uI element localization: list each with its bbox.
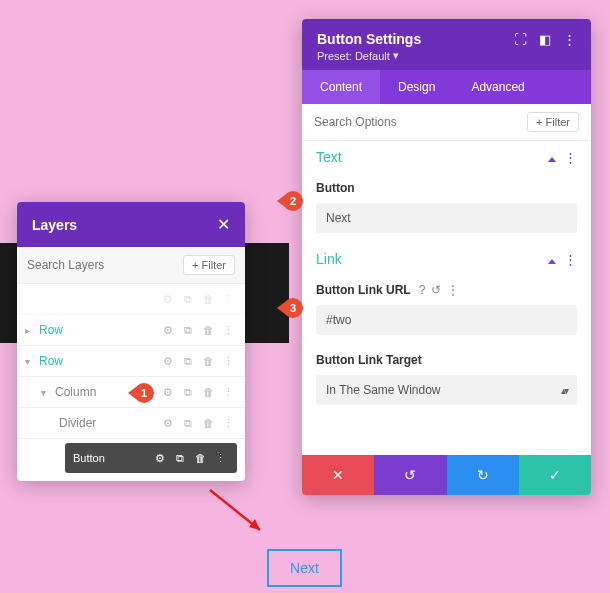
annotation-arrow	[205, 485, 275, 540]
trash-icon[interactable]: 🗑	[199, 352, 217, 370]
field-target-select[interactable]: In The Same Window ▴▾	[316, 375, 577, 405]
layers-panel: Layers ✕ +Filter ⚙ ⧉ 🗑 ⋮ ▸ Row ⚙ ⧉ 🗑 ⋮ ▾…	[17, 202, 245, 481]
settings-filter-button[interactable]: +Filter	[527, 112, 579, 132]
more-icon[interactable]: ⋮	[447, 283, 459, 297]
panel-icon[interactable]: ◧	[539, 32, 551, 47]
reset-icon[interactable]: ↺	[431, 283, 441, 297]
layer-row-icons: ⚙ ⧉ 🗑 ⋮	[159, 352, 237, 370]
annotation-badge-1: 1	[134, 383, 154, 403]
duplicate-icon[interactable]: ⧉	[179, 383, 197, 401]
layer-label: Row	[39, 354, 159, 368]
field-url-input[interactable]	[316, 305, 577, 335]
layer-row-button-active[interactable]: Button ⚙ ⧉ 🗑 ⋮	[65, 443, 237, 473]
gear-icon[interactable]: ⚙	[159, 414, 177, 432]
settings-title: Button Settings	[317, 31, 421, 47]
trash-icon[interactable]: 🗑	[199, 321, 217, 339]
duplicate-icon[interactable]: ⧉	[179, 290, 197, 308]
settings-header: Button Settings ⛶ ◧ ⋮ Preset: Default ▾	[302, 19, 591, 70]
field-url-label: Button Link URL ? ↺ ⋮	[302, 275, 591, 301]
annotation-badge-2: 2	[283, 191, 303, 211]
field-target-label: Button Link Target	[302, 345, 591, 371]
settings-footer: ✕ ↺ ↻ ✓	[302, 455, 591, 495]
chevron-down-icon: ▾	[393, 49, 399, 62]
duplicate-icon[interactable]: ⧉	[179, 414, 197, 432]
chevron-down-icon[interactable]: ▾	[41, 387, 55, 398]
cancel-button[interactable]: ✕	[302, 455, 374, 495]
section-text-header[interactable]: Text ⋮	[302, 141, 591, 173]
section-text-title: Text	[316, 149, 342, 165]
gear-icon[interactable]: ⚙	[159, 352, 177, 370]
preview-next-button[interactable]: Next	[267, 549, 342, 587]
settings-search-input[interactable]	[314, 115, 521, 129]
help-icon[interactable]: ?	[419, 283, 426, 297]
layer-label: Row	[39, 323, 159, 337]
settings-preset[interactable]: Preset: Default ▾	[317, 49, 576, 62]
chevron-down-icon[interactable]: ▾	[25, 356, 39, 367]
settings-panel: Button Settings ⛶ ◧ ⋮ Preset: Default ▾ …	[302, 19, 591, 495]
gear-icon[interactable]: ⚙	[159, 290, 177, 308]
layers-title: Layers	[32, 217, 77, 233]
more-icon[interactable]: ⋮	[211, 449, 229, 467]
layers-header: Layers ✕	[17, 202, 245, 247]
annotation-badge-3: 3	[283, 298, 303, 318]
trash-icon[interactable]: 🗑	[199, 383, 217, 401]
more-icon[interactable]: ⋮	[219, 414, 237, 432]
field-button-input[interactable]	[316, 203, 577, 233]
tab-content[interactable]: Content	[302, 70, 380, 104]
svg-marker-1	[249, 519, 260, 530]
redo-button[interactable]: ↻	[447, 455, 519, 495]
more-icon[interactable]: ⋮	[219, 321, 237, 339]
tab-design[interactable]: Design	[380, 70, 453, 104]
trash-icon[interactable]: 🗑	[199, 290, 217, 308]
layers-search-input[interactable]	[27, 258, 177, 272]
layers-search-row: +Filter	[17, 247, 245, 284]
save-button[interactable]: ✓	[519, 455, 591, 495]
layer-row-icons: ⚙ ⧉ 🗑 ⋮	[151, 449, 229, 467]
layer-row-ghost: ⚙ ⧉ 🗑 ⋮	[17, 284, 245, 315]
layer-row-row2[interactable]: ▾ Row ⚙ ⧉ 🗑 ⋮	[17, 346, 245, 377]
gear-icon[interactable]: ⚙	[159, 383, 177, 401]
expand-icon[interactable]: ⛶	[514, 32, 527, 47]
section-link-title: Link	[316, 251, 342, 267]
chevron-right-icon[interactable]: ▸	[25, 325, 39, 336]
duplicate-icon[interactable]: ⧉	[171, 449, 189, 467]
close-icon[interactable]: ✕	[217, 215, 230, 234]
settings-tabs: Content Design Advanced	[302, 70, 591, 104]
chevron-up-icon[interactable]	[548, 150, 556, 165]
duplicate-icon[interactable]: ⧉	[179, 321, 197, 339]
trash-icon[interactable]: 🗑	[191, 449, 209, 467]
duplicate-icon[interactable]: ⧉	[179, 352, 197, 370]
more-icon[interactable]: ⋮	[219, 352, 237, 370]
section-link-header[interactable]: Link ⋮	[302, 243, 591, 275]
settings-header-icons: ⛶ ◧ ⋮	[514, 32, 576, 47]
layer-row-icons: ⚙ ⧉ 🗑 ⋮	[159, 383, 237, 401]
chevron-up-icon[interactable]	[548, 252, 556, 267]
more-icon[interactable]: ⋮	[219, 290, 237, 308]
gear-icon[interactable]: ⚙	[151, 449, 169, 467]
layer-label: Button	[73, 452, 151, 464]
undo-button[interactable]: ↺	[374, 455, 446, 495]
gear-icon[interactable]: ⚙	[159, 321, 177, 339]
more-icon[interactable]: ⋮	[564, 252, 577, 267]
layers-filter-button[interactable]: +Filter	[183, 255, 235, 275]
layer-row-row1[interactable]: ▸ Row ⚙ ⧉ 🗑 ⋮	[17, 315, 245, 346]
more-icon[interactable]: ⋮	[564, 150, 577, 165]
select-caret-icon: ▴▾	[561, 385, 567, 396]
more-icon[interactable]: ⋮	[563, 32, 576, 47]
layer-row-icons: ⚙ ⧉ 🗑 ⋮	[159, 290, 237, 308]
layer-row-icons: ⚙ ⧉ 🗑 ⋮	[159, 414, 237, 432]
trash-icon[interactable]: 🗑	[199, 414, 217, 432]
layer-row-icons: ⚙ ⧉ 🗑 ⋮	[159, 321, 237, 339]
settings-search-row: +Filter	[302, 104, 591, 141]
field-button-label: Button	[302, 173, 591, 199]
layer-row-divider[interactable]: Divider ⚙ ⧉ 🗑 ⋮	[17, 408, 245, 439]
more-icon[interactable]: ⋮	[219, 383, 237, 401]
tab-advanced[interactable]: Advanced	[453, 70, 542, 104]
layer-label: Divider	[59, 416, 159, 430]
